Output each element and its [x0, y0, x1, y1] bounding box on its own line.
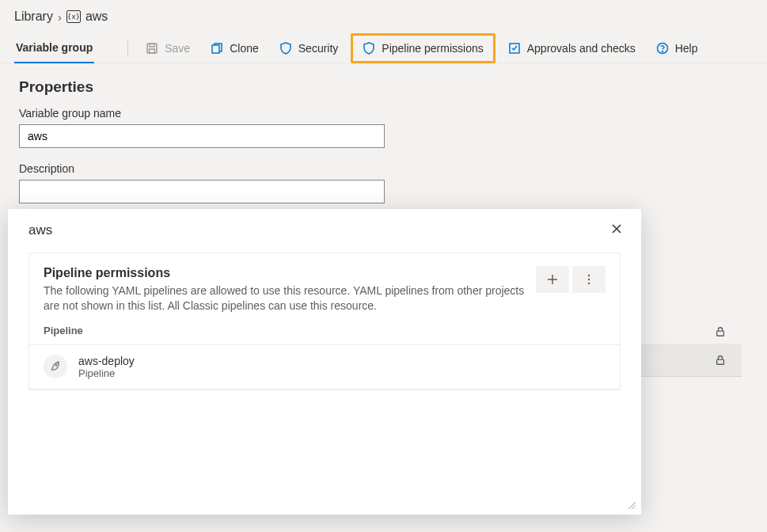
description-label: Description — [19, 162, 748, 175]
plus-icon — [546, 273, 559, 286]
pipeline-column-header: Pipeline — [29, 323, 620, 345]
resize-handle[interactable] — [625, 499, 636, 510]
properties-heading: Properties — [19, 78, 748, 96]
save-icon — [146, 42, 158, 55]
help-button[interactable]: Help — [648, 37, 706, 59]
more-options-button[interactable] — [572, 266, 606, 293]
svg-point-6 — [662, 51, 663, 52]
lock-icon — [715, 355, 726, 366]
svg-point-10 — [588, 279, 590, 280]
svg-rect-1 — [150, 44, 154, 47]
description-input[interactable] — [19, 180, 385, 203]
svg-point-12 — [55, 364, 57, 366]
pipeline-permissions-button[interactable]: Pipeline permissions — [351, 33, 495, 63]
breadcrumb: Library › {x} aws — [0, 0, 767, 27]
security-button[interactable]: Security — [271, 37, 347, 59]
pipeline-avatar — [44, 355, 67, 378]
shield-outline-icon — [363, 42, 375, 55]
save-button: Save — [138, 37, 198, 59]
lock-icon — [715, 326, 726, 337]
tab-variable-group[interactable]: Variable group — [14, 33, 94, 63]
toolbar: Variable group Save Clone Security Pipel… — [0, 27, 767, 64]
approvals-button[interactable]: Approvals and checks — [500, 37, 644, 59]
permissions-card: Pipeline permissions The following YAML … — [28, 253, 621, 390]
properties-section: Properties Variable group name Descripti… — [0, 64, 767, 232]
more-vertical-icon — [583, 273, 595, 286]
shield-icon — [279, 42, 292, 55]
svg-point-9 — [588, 275, 590, 276]
clone-button[interactable]: Clone — [203, 37, 267, 59]
chevron-right-icon: › — [58, 10, 62, 24]
help-icon — [656, 42, 669, 55]
pipeline-name: aws-deploy — [78, 355, 135, 367]
breadcrumb-current: aws — [85, 10, 108, 24]
clone-icon — [211, 42, 223, 55]
dialog-title: aws — [28, 222, 52, 238]
pipeline-type: Pipeline — [78, 367, 135, 379]
svg-rect-7 — [717, 331, 724, 336]
variable-group-name-label: Variable group name — [19, 107, 748, 120]
variable-group-name-input[interactable] — [19, 124, 385, 148]
variable-group-icon: {x} — [66, 10, 81, 23]
permissions-description: The following YAML pipelines are allowed… — [44, 283, 526, 314]
svg-rect-8 — [717, 359, 724, 364]
toolbar-divider — [127, 40, 128, 56]
svg-rect-3 — [212, 45, 219, 53]
permissions-heading: Pipeline permissions — [44, 266, 526, 280]
dialog-close-button[interactable] — [608, 220, 625, 240]
close-icon — [611, 223, 622, 234]
pipeline-row[interactable]: aws-deploy Pipeline — [29, 345, 620, 390]
svg-point-11 — [588, 283, 590, 284]
checklist-icon — [508, 42, 521, 55]
svg-rect-2 — [150, 49, 155, 53]
breadcrumb-library[interactable]: Library — [14, 10, 53, 24]
rocket-icon — [49, 360, 62, 373]
add-pipeline-button[interactable] — [536, 266, 569, 293]
pipeline-permissions-dialog: aws Pipeline permissions The following Y… — [8, 209, 641, 515]
